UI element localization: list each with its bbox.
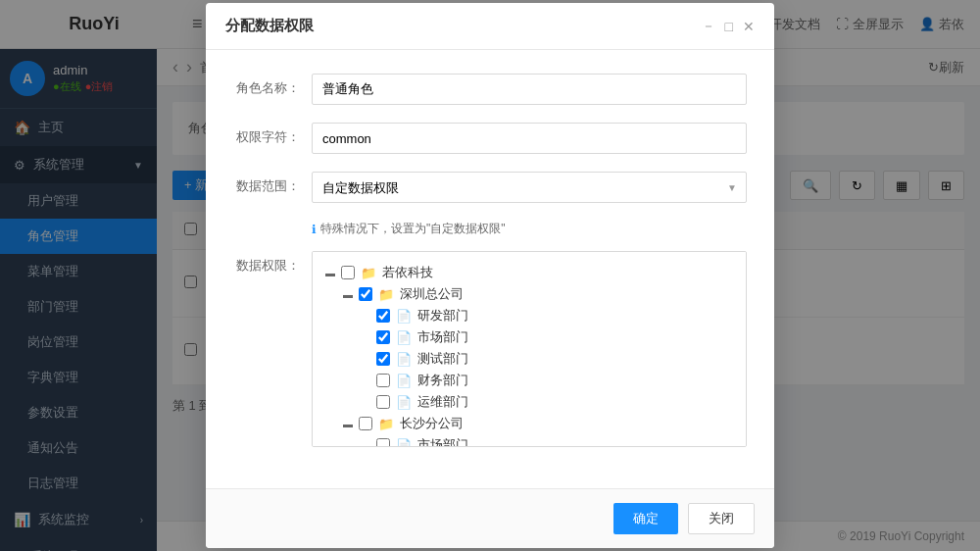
label-market: 市场部门 (417, 328, 468, 346)
modal-overlay[interactable]: 分配数据权限 － □ ✕ 角色名称： 权限字符： 数据范围： (0, 0, 980, 551)
info-icon: ℹ (312, 223, 317, 236)
hint-text: ℹ 特殊情况下，设置为"自定数据权限" (312, 221, 747, 237)
label-changsha: 长沙分公司 (400, 415, 464, 432)
modal-minimize-btn[interactable]: － (702, 18, 715, 35)
modal-controls: － □ ✕ (702, 18, 755, 35)
modal-confirm-button[interactable]: 确定 (613, 503, 678, 534)
folder-icon-shenzhen: 📁 (378, 287, 394, 302)
cb-test[interactable] (376, 352, 390, 366)
doc-icon-finance: 📄 (396, 374, 412, 388)
tree-node-changsha: ▬ 📁 长沙分公司 (340, 413, 736, 434)
tree-children-root: ▬ 📁 深圳总公司 📄 研发部门 (322, 283, 736, 447)
cb-cs-market[interactable] (376, 438, 390, 447)
data-scope-select-wrap: 全部数据权限 自定数据权限 本部门数据权限 本部门及以下数据权限 仅本人数据权限… (312, 172, 747, 203)
tree-node-market: 📄 市场部门 (358, 326, 736, 348)
cb-market[interactable] (376, 330, 390, 344)
data-scope-label: 数据范围： (233, 172, 312, 195)
tree-children-changsha: 📄 市场部门 📄 财务部门 (340, 434, 736, 447)
doc-icon-test: 📄 (396, 352, 412, 367)
cb-finance[interactable] (376, 374, 390, 387)
cb-ops[interactable] (376, 395, 390, 409)
permission-tree[interactable]: ▬ 📁 若依科技 ▬ 📁 深圳总公司 (312, 251, 747, 447)
cb-changsha[interactable] (359, 417, 372, 430)
role-name-field-label: 角色名称： (233, 74, 312, 97)
label-root: 若依科技 (382, 264, 433, 281)
expand-root[interactable]: ▬ (322, 265, 338, 280)
expand-shenzhen[interactable]: ▬ (340, 286, 356, 302)
label-finance: 财务部门 (417, 372, 468, 389)
tree-node-ops: 📄 运维部门 (358, 391, 736, 413)
role-name-field[interactable] (312, 74, 747, 105)
data-permission-label: 数据权限： (233, 251, 312, 275)
permission-field[interactable] (312, 123, 747, 154)
cb-root[interactable] (341, 266, 355, 279)
form-row-role-name: 角色名称： (233, 74, 747, 105)
expand-changsha[interactable]: ▬ (340, 416, 356, 431)
modal-maximize-btn[interactable]: □ (725, 19, 733, 34)
modal-close-btn[interactable]: ✕ (743, 19, 755, 34)
scope-hint: ℹ 特殊情况下，设置为"自定数据权限" (233, 221, 747, 237)
cb-rd[interactable] (376, 309, 390, 323)
tree-children-shenzhen: 📄 研发部门 📄 市场部门 (340, 305, 736, 413)
form-row-permission: 权限字符： (233, 123, 747, 154)
tree-node-shenzhen: ▬ 📁 深圳总公司 (340, 283, 736, 305)
label-cs-market: 市场部门 (417, 436, 468, 447)
modal-assign-data-permission: 分配数据权限 － □ ✕ 角色名称： 权限字符： 数据范围： (206, 3, 774, 548)
doc-icon-cs-market: 📄 (396, 438, 412, 448)
folder-icon-root: 📁 (361, 266, 376, 280)
tree-node-test: 📄 测试部门 (358, 348, 736, 370)
doc-icon-market: 📄 (396, 330, 412, 345)
form-row-data-permission: 数据权限： ▬ 📁 若依科技 ▬ 📁 (233, 251, 747, 447)
data-scope-select[interactable]: 全部数据权限 自定数据权限 本部门数据权限 本部门及以下数据权限 仅本人数据权限 (312, 172, 747, 203)
doc-icon-rd: 📄 (396, 309, 412, 324)
folder-icon-changsha: 📁 (378, 417, 394, 431)
cb-shenzhen[interactable] (359, 287, 372, 301)
label-test: 测试部门 (417, 350, 468, 368)
label-rd: 研发部门 (417, 307, 468, 325)
tree-node-root: ▬ 📁 若依科技 (322, 262, 736, 283)
modal-body: 角色名称： 权限字符： 数据范围： 全部数据权限 自定数据权限 本部门数据权限 … (206, 50, 774, 488)
modal-header: 分配数据权限 － □ ✕ (206, 3, 774, 50)
tree-node-rd: 📄 研发部门 (358, 305, 736, 326)
tree-node-finance: 📄 财务部门 (358, 370, 736, 391)
modal-footer: 确定 关闭 (206, 488, 774, 548)
doc-icon-ops: 📄 (396, 395, 412, 410)
modal-title: 分配数据权限 (225, 17, 314, 35)
form-row-data-scope: 数据范围： 全部数据权限 自定数据权限 本部门数据权限 本部门及以下数据权限 仅… (233, 172, 747, 203)
tree-node-cs-market: 📄 市场部门 (358, 434, 736, 447)
label-shenzhen: 深圳总公司 (400, 285, 464, 303)
permission-field-label: 权限字符： (233, 123, 312, 146)
modal-close-button[interactable]: 关闭 (688, 503, 755, 534)
label-ops: 运维部门 (417, 393, 468, 411)
